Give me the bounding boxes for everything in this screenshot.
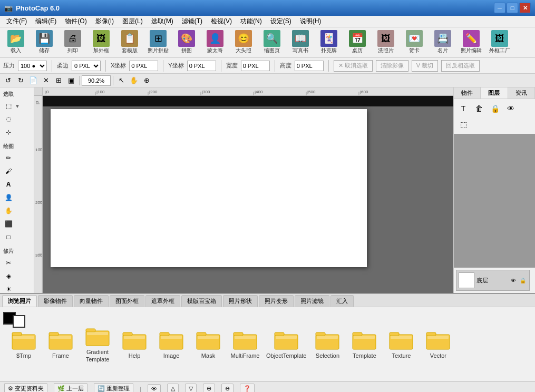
undo-button[interactable]: ↺ <box>2 75 14 86</box>
redo-button[interactable]: ↻ <box>15 75 26 86</box>
toolbar-desktop[interactable]: 📅 桌历 <box>344 28 371 55</box>
up-level-button[interactable]: 🌿 上一层 <box>54 383 87 392</box>
folder-item-GradientTemplate[interactable]: Gradient Template <box>82 326 113 362</box>
tab-browse[interactable]: 浏览照片 <box>2 295 37 307</box>
help-button[interactable]: ❓ <box>240 384 255 392</box>
delete-button[interactable]: ✕ <box>40 75 52 86</box>
crop-tool[interactable]: ✂ <box>1 257 33 269</box>
tab-import[interactable]: 汇入 <box>330 295 354 307</box>
toolbar-zoompage[interactable]: 🔍 缩图页 <box>258 28 286 55</box>
folder-item-Selection[interactable]: Selection <box>312 329 343 359</box>
layer-lock-button[interactable]: 🔒 <box>519 276 527 285</box>
toolbar-wash[interactable]: 🖼 洗照片 <box>372 28 400 55</box>
layer-eye-button[interactable]: 👁 <box>509 276 518 285</box>
delete-layer-button[interactable]: 🗑 <box>472 101 487 116</box>
add-text-button[interactable]: T <box>456 101 471 116</box>
folder-item-ObjectTemplate[interactable]: ObjectTemplate <box>266 329 306 359</box>
visibility-toggle[interactable]: 👁 <box>148 384 161 393</box>
pressure-select[interactable]: 100 ● <box>18 61 47 71</box>
select-rect-tool[interactable]: ⬚ ▼ <box>1 100 33 112</box>
height-input[interactable] <box>295 61 324 71</box>
toolbar-solitaire[interactable]: 🃏 扑克牌 <box>315 28 343 55</box>
tab-image-objects[interactable]: 影像物件 <box>38 295 73 307</box>
tab-photo-filters[interactable]: 照片滤镜 <box>295 295 329 307</box>
menu-settings[interactable]: 设定(S) <box>266 16 296 27</box>
tab-photo-shapes[interactable]: 照片形状 <box>223 295 258 307</box>
folder-item-MultiFrame[interactable]: MultiFrame <box>229 329 261 359</box>
folder-item-Mask[interactable]: Mask <box>192 329 224 359</box>
menu-view[interactable]: 检视(V) <box>207 16 236 27</box>
menu-layer[interactable]: 图层(L) <box>118 16 147 27</box>
menu-help[interactable]: 说明(H) <box>296 16 326 27</box>
close-button[interactable]: ✕ <box>519 3 531 13</box>
zoom-out-thumb-button[interactable]: ⊖ <box>221 384 234 392</box>
select-lasso-tool[interactable]: ◌ <box>1 113 33 125</box>
folder-item-Frame[interactable]: Frame <box>45 329 76 359</box>
maximize-button[interactable]: □ <box>507 3 518 13</box>
new-layer-button[interactable]: 📄 <box>27 75 39 86</box>
invert-selection-button[interactable]: 回反相选取 <box>441 60 480 72</box>
hand-tool[interactable]: ✋ <box>128 75 140 86</box>
toolbar-save[interactable]: 💾 储存 <box>31 28 58 55</box>
change-folder-button[interactable]: ⚙ 变更资料夹 <box>4 383 47 392</box>
toolbar-draw[interactable]: 🎨 拼图 <box>173 28 200 55</box>
menu-select[interactable]: 选取(M) <box>147 16 178 27</box>
toolbar-addframe[interactable]: 🖼 加外框 <box>87 28 115 55</box>
clone-tool[interactable]: ◈ <box>1 270 33 282</box>
stamp-tool[interactable]: 👤 <box>1 191 33 204</box>
visibility-button[interactable]: 👁 <box>503 101 518 116</box>
zoom-tool[interactable]: ⊕ <box>141 75 152 86</box>
folder-item-Help[interactable]: Help <box>119 329 150 359</box>
tab-photo-transform[interactable]: 照片变形 <box>259 295 294 307</box>
cancel-selection-button[interactable]: ✕ 取消选取 <box>334 60 373 72</box>
width-input[interactable] <box>241 61 270 71</box>
select-magic-tool[interactable]: ⊹ <box>1 126 33 139</box>
folder-item-$Tmp[interactable]: $Tmp <box>8 329 40 359</box>
toolbar-collage[interactable]: ⊞ 照片拼贴 <box>144 28 172 55</box>
menu-filter[interactable]: 滤镜(T) <box>178 16 207 27</box>
hand-move-tool[interactable]: ✋ <box>1 204 33 217</box>
toolbar-bighead[interactable]: 👤 蒙太奇 <box>201 28 229 55</box>
tab-mask-frame[interactable]: 遮罩外框 <box>145 295 180 307</box>
toolbar-load[interactable]: 📂 载入 <box>2 28 30 55</box>
folder-item-Image[interactable]: Image <box>155 329 187 359</box>
minimize-button[interactable]: ─ <box>494 3 505 13</box>
menu-object[interactable]: 物件(O) <box>61 16 91 27</box>
clear-image-button[interactable]: 清除影像 <box>376 60 408 72</box>
menu-edit[interactable]: 编辑(E) <box>31 16 61 27</box>
menu-image[interactable]: 影像(I) <box>91 16 118 27</box>
toolbar-photoedit[interactable]: ✏️ 照片编辑 <box>458 28 485 55</box>
line-tool[interactable]: ⬛ <box>1 218 33 230</box>
tab-layers[interactable]: 图层 <box>481 87 508 99</box>
folder-item-Vector[interactable]: Vector <box>422 329 454 359</box>
zoom-in-thumb-button[interactable]: ⊕ <box>203 384 215 392</box>
reorganize-button[interactable]: 🔄 重新整理 <box>94 383 133 392</box>
tab-objects[interactable]: 物件 <box>454 87 481 99</box>
x-input[interactable] <box>129 61 158 71</box>
cursor-tool[interactable]: ↖ <box>115 75 127 86</box>
tab-vector-objects[interactable]: 向量物件 <box>74 295 109 307</box>
folder-item-Texture[interactable]: Texture <box>385 329 417 359</box>
sort-desc-button[interactable]: ▽ <box>185 384 197 392</box>
brush-tool[interactable]: 🖌 <box>1 165 33 178</box>
edge-select[interactable]: 0 PXL <box>72 61 101 71</box>
canvas-background[interactable] <box>43 96 453 293</box>
toolbar-bigface[interactable]: 😊 大头照 <box>230 28 257 55</box>
folder-item-Template[interactable]: Template <box>348 329 380 359</box>
toolbar-outerframe[interactable]: 🖼 外框工厂 <box>486 28 513 55</box>
shape-tool[interactable]: □ <box>1 231 33 243</box>
toolbar-print[interactable]: 🖨 列印 <box>59 28 86 55</box>
toolbar-greeting[interactable]: 💌 贺卡 <box>401 28 428 55</box>
tab-templates[interactable]: 模版百宝箱 <box>181 295 222 307</box>
text-tool[interactable]: A <box>1 178 33 191</box>
lock-layer-button[interactable]: 🔒 <box>488 101 502 116</box>
toolbar-template[interactable]: 📋 套模版 <box>116 28 143 55</box>
grid-button[interactable]: ⊞ <box>53 75 64 86</box>
menu-function[interactable]: 功能(N) <box>236 16 266 27</box>
tab-info[interactable]: 资讯 <box>508 87 535 99</box>
zoom-fit-button[interactable]: ▣ <box>65 75 77 86</box>
crop-button[interactable]: V 裁切 <box>412 60 438 72</box>
add-layer-button[interactable]: ⬚ <box>456 117 471 132</box>
toolbar-photobook[interactable]: 📖 写真书 <box>287 28 314 55</box>
tab-frame[interactable]: 图面外框 <box>110 295 144 307</box>
